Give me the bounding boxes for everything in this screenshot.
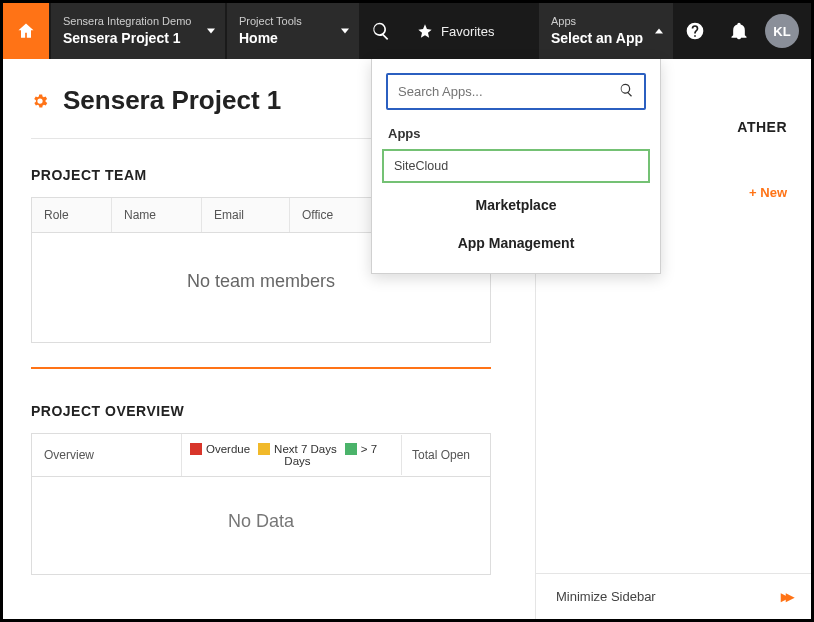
caret-up-icon <box>655 29 663 34</box>
apps-dropdown[interactable]: Apps Select an App <box>539 3 673 59</box>
apps-search-input[interactable] <box>388 75 644 108</box>
col-email: Email <box>202 198 290 232</box>
new-button[interactable]: + New <box>749 185 787 200</box>
apps-dropdown-subtitle: Apps <box>551 15 643 28</box>
legend-next7: Next 7 Days Days <box>258 443 337 467</box>
swatch-next7 <box>258 443 270 455</box>
col-name: Name <box>112 198 202 232</box>
tools-dropdown-subtitle: Project Tools <box>239 15 329 28</box>
star-icon <box>417 23 433 39</box>
caret-down-icon <box>207 29 215 34</box>
apps-item-sitecloud[interactable]: SiteCloud <box>382 149 650 183</box>
page-title: Sensera Project 1 <box>63 85 281 116</box>
apps-panel-heading: Apps <box>372 120 660 149</box>
apps-management-link[interactable]: App Management <box>372 217 660 257</box>
minimize-sidebar-button[interactable]: Minimize Sidebar ▸▸ <box>536 573 811 619</box>
col-overview: Overview <box>32 434 182 476</box>
help-icon <box>685 21 705 41</box>
avatar-initials: KL <box>773 24 790 39</box>
minimize-label: Minimize Sidebar <box>556 589 656 604</box>
project-dropdown[interactable]: Sensera Integration Demo Sensera Project… <box>51 3 225 59</box>
home-button[interactable] <box>3 3 49 59</box>
swatch-gt7 <box>345 443 357 455</box>
legend-gt7: > 7 <box>345 443 377 455</box>
weather-heading: ATHER <box>737 119 787 135</box>
overview-legend: Overdue Next 7 Days Days > 7 <box>182 435 402 475</box>
gear-icon[interactable] <box>31 92 49 110</box>
apps-marketplace-link[interactable]: Marketplace <box>372 183 660 217</box>
col-role: Role <box>32 198 112 232</box>
search-button[interactable] <box>359 3 403 59</box>
bell-icon <box>729 21 749 41</box>
swatch-overdue <box>190 443 202 455</box>
project-dropdown-subtitle: Sensera Integration Demo <box>63 15 195 28</box>
legend-overdue: Overdue <box>190 443 250 455</box>
favorites-button[interactable]: Favorites <box>403 3 508 59</box>
help-button[interactable] <box>673 3 717 59</box>
notifications-button[interactable] <box>717 3 761 59</box>
home-icon <box>16 21 36 41</box>
tools-dropdown-title: Home <box>239 29 329 47</box>
user-avatar[interactable]: KL <box>765 14 799 48</box>
project-overview-table: Overview Overdue Next 7 Days Days <box>31 433 491 575</box>
apps-dropdown-title: Select an App <box>551 29 643 47</box>
apps-dropdown-panel: Apps SiteCloud Marketplace App Managemen… <box>371 59 661 274</box>
caret-down-icon <box>341 29 349 34</box>
col-total-open: Total Open <box>402 434 490 476</box>
project-tools-dropdown[interactable]: Project Tools Home <box>227 3 359 59</box>
project-overview-heading: PROJECT OVERVIEW <box>31 403 511 419</box>
overview-header-row: Overview Overdue Next 7 Days Days <box>32 434 490 477</box>
overview-empty-message: No Data <box>32 477 490 574</box>
section-divider <box>31 367 491 369</box>
apps-search-input-wrapper <box>386 73 646 110</box>
search-icon <box>619 82 634 101</box>
search-icon <box>371 21 391 41</box>
chevron-double-right-icon: ▸▸ <box>781 587 791 606</box>
project-dropdown-title: Sensera Project 1 <box>63 29 195 47</box>
favorites-label: Favorites <box>441 24 494 39</box>
